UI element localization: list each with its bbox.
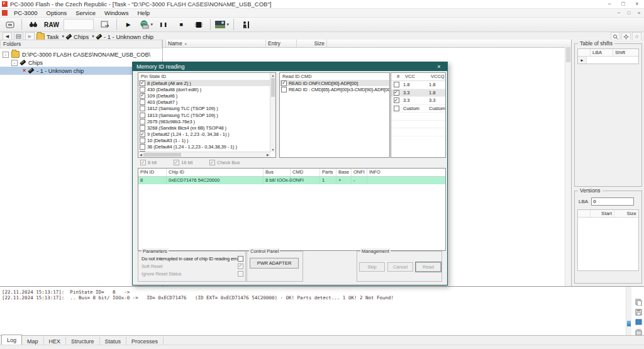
checkbox[interactable]: [394, 97, 399, 103]
scroll-left-icon[interactable]: ◀: [138, 152, 143, 157]
pwr-adapter-button[interactable]: PWR ADAPTER: [250, 258, 299, 269]
breadcrumb-chips[interactable]: Chips: [74, 33, 89, 40]
raw-button[interactable]: RAW: [43, 18, 60, 31]
file-list-scrollbar[interactable]: [565, 47, 571, 286]
checkbox[interactable]: [140, 99, 145, 105]
checkbox[interactable]: [140, 138, 145, 143]
checkbox[interactable]: [281, 80, 287, 86]
pin-state-item[interactable]: 403 (Default7 ): [138, 99, 270, 106]
column-size[interactable]: Size: [297, 40, 327, 47]
export-button[interactable]: [97, 18, 113, 31]
log-indicator[interactable]: [635, 318, 643, 326]
skip-button[interactable]: Skip: [359, 262, 385, 272]
menu-service[interactable]: Service: [71, 9, 100, 17]
pin-state-hscrollbar[interactable]: ◀ ▶: [138, 152, 270, 157]
scroll-down-icon[interactable]: ▼: [270, 147, 275, 152]
exit-button[interactable]: [237, 18, 253, 31]
pin-state-item[interactable]: 2675 (983c98b3-76e3 ): [138, 118, 270, 125]
run-button[interactable]: ▶: [120, 18, 136, 31]
shifts-col-lba[interactable]: LBA: [591, 49, 613, 56]
checkbox[interactable]: [238, 271, 243, 277]
pin-state-item[interactable]: 8 (Default (All are Z) ): [138, 80, 270, 86]
close-button[interactable]: ×: [630, 0, 644, 8]
pin-state-item[interactable]: 9 (Default2 (1,24 - 1, 2,23 -0, 34,38 - …: [138, 131, 270, 138]
read-chip-button[interactable]: ▾: [138, 18, 154, 31]
checkbox[interactable]: [140, 144, 145, 150]
copy-log-button[interactable]: [635, 298, 643, 306]
voltage-row[interactable]: 3.3 1.8: [391, 89, 445, 97]
tree-root[interactable]: - D:\PC-3000 FLASH CASES\NONAME_USB_COB\: [0, 50, 162, 58]
bus-8bit[interactable]: 8 bit: [140, 160, 174, 165]
menu-help[interactable]: Help: [133, 9, 154, 17]
checkbox[interactable]: [140, 80, 145, 86]
checkbox[interactable]: [209, 160, 215, 165]
read-id-item[interactable]: READ ID ONFI:CMD[90]-ADR[00]: [280, 80, 389, 86]
scroll-right-icon[interactable]: ▶: [265, 152, 270, 157]
voltage-row[interactable]: 1.8 1.8: [391, 81, 445, 89]
checkbox[interactable]: [394, 82, 399, 87]
dropdown-icon[interactable]: ▾: [92, 34, 94, 39]
bus-check-bus[interactable]: Check Bus: [209, 160, 240, 165]
pin-state-vscrollbar[interactable]: ▲ ▼: [270, 73, 275, 152]
checkbox[interactable]: [140, 125, 145, 131]
pin-state-item[interactable]: 36 (Default4 (1,24 - 1,2,23 - 0,34,38,39…: [138, 144, 270, 150]
stop-button[interactable]: ■: [173, 18, 189, 31]
dialog-close-button[interactable]: ×: [435, 64, 443, 70]
checkbox[interactable]: [238, 263, 243, 269]
collapse-icon[interactable]: -: [3, 52, 9, 58]
cancel-button[interactable]: Cancel: [387, 262, 413, 272]
checkbox[interactable]: [394, 90, 399, 96]
pin-state-item[interactable]: 430 (Default8 (don't edit!) ): [138, 86, 270, 92]
column-name[interactable]: Name ▲: [166, 40, 266, 47]
restore-button[interactable]: □: [616, 0, 630, 8]
checkbox[interactable]: [174, 160, 179, 165]
pin-state-item[interactable]: 109 (Default6 ): [138, 92, 270, 99]
breadcrumb-current-chip[interactable]: - 1 - Unknown chip: [104, 33, 153, 40]
tab-log[interactable]: Log: [1, 335, 22, 345]
checkbox[interactable]: [140, 160, 146, 165]
read-id-item[interactable]: READ ID : CMD[65]-ADR[00]x3-CMD[90]-ADR[…: [280, 86, 389, 92]
search-button[interactable]: [25, 18, 42, 31]
pin-state-item[interactable]: 1813 (Samsung TLC (TSOP 109) ): [138, 112, 270, 118]
column-entry[interactable]: Entry: [266, 40, 297, 47]
pause-button[interactable]: ❚❚: [155, 18, 172, 31]
checkbox[interactable]: [281, 87, 287, 92]
mdi-minimize-button[interactable]: −: [614, 9, 624, 17]
checkbox[interactable]: [140, 106, 145, 111]
menu-windows[interactable]: Windows: [100, 9, 133, 17]
voltage-row[interactable]: Custom Custom: [391, 105, 445, 113]
pin-state-item[interactable]: 10 (Default3 (1 - 1) ): [138, 138, 270, 144]
checkbox[interactable]: [394, 106, 399, 111]
checkbox[interactable]: [140, 93, 145, 99]
voltage-row[interactable]: 3.3 3.3: [391, 97, 445, 105]
mdi-close-button[interactable]: ×: [634, 9, 644, 17]
checkbox[interactable]: [140, 113, 145, 118]
versions-col-size[interactable]: Size: [614, 210, 638, 217]
scroll-up-icon[interactable]: ▲: [270, 73, 275, 78]
menu-options[interactable]: Options: [42, 9, 72, 17]
dropdown-icon[interactable]: ▾: [62, 34, 65, 39]
minimize-button[interactable]: −: [602, 0, 616, 8]
mdi-restore-button[interactable]: □: [624, 9, 634, 17]
checkbox[interactable]: [140, 131, 145, 137]
breadcrumb-task[interactable]: Task: [47, 33, 59, 40]
view-mode-button[interactable]: ▾: [214, 18, 230, 31]
menu-pc3000[interactable]: PC-3000: [9, 9, 42, 17]
read-button[interactable]: Read: [416, 262, 441, 272]
lba-input[interactable]: [591, 197, 634, 206]
versions-col-start[interactable]: Start: [591, 210, 614, 217]
shifts-col-shift[interactable]: Shift: [613, 49, 638, 56]
pin-state-item[interactable]: 1812 (Samsung TLC (TSOP 109) ): [138, 106, 270, 112]
chip-button[interactable]: [191, 18, 207, 31]
result-row[interactable]: 8 0xECD71476 54C20000 8 bit/ IOOx-0 ONFI…: [138, 177, 445, 184]
pin-state-item[interactable]: 3268 (Sandisk Bics4 (xx 6B) TSOP48 ): [138, 125, 270, 131]
save-log-button[interactable]: [635, 308, 643, 316]
checkbox[interactable]: [140, 87, 145, 92]
tester-button[interactable]: [2, 18, 18, 31]
shifts-row[interactable]: ►: [578, 57, 638, 64]
collapse-icon[interactable]: -: [11, 60, 18, 66]
bus-16bit[interactable]: 16 bit: [174, 160, 209, 165]
checkbox[interactable]: [140, 119, 145, 125]
log-scrollbar[interactable]: [626, 287, 631, 335]
checkbox[interactable]: [238, 256, 243, 262]
